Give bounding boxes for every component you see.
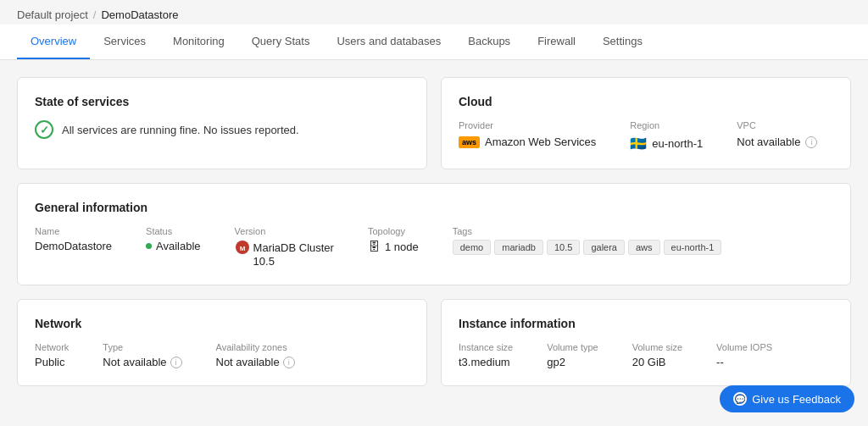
general-topology-value: 🗄 1 node — [368, 240, 419, 253]
tag-aws: aws — [628, 240, 660, 255]
instance-volume-iops-label: Volume IOPS — [716, 342, 772, 352]
svg-text:M: M — [239, 245, 245, 252]
tab-firewall[interactable]: Firewall — [524, 25, 589, 59]
network-type-info-icon[interactable]: i — [170, 357, 182, 368]
cloud-vpc-value: Not available i — [737, 136, 817, 148]
network-type-text: Not available — [103, 356, 166, 368]
breadcrumb-project[interactable]: Default project — [17, 8, 88, 21]
network-az-info-icon[interactable]: i — [283, 357, 295, 368]
cloud-grid: Provider aws Amazon Web Services Region … — [459, 120, 833, 152]
main-content: State of services All services are runni… — [0, 60, 868, 403]
tab-monitoring[interactable]: Monitoring — [159, 25, 238, 59]
general-topology-label: Topology — [368, 226, 419, 236]
services-card: State of services All services are runni… — [17, 77, 427, 169]
instance-volume-size-value: 20 GiB — [632, 356, 682, 368]
sweden-flag-icon: 🇸🇪 — [630, 136, 647, 152]
instance-volume-size-col: Volume size 20 GiB — [632, 342, 682, 368]
bottom-cards-row: Network Network Public Type Not availabl… — [17, 299, 851, 386]
general-status-value: Available — [146, 240, 201, 252]
tab-settings[interactable]: Settings — [589, 25, 656, 59]
cloud-provider-label: Provider — [459, 120, 596, 130]
top-cards-row: State of services All services are runni… — [17, 77, 851, 169]
general-name-value: DemoDatastore — [35, 240, 112, 252]
general-status-text: Available — [156, 240, 201, 252]
network-network-value: Public — [35, 356, 69, 368]
network-grid: Network Public Type Not available i Avai… — [35, 342, 409, 368]
cloud-card: Cloud Provider aws Amazon Web Services R… — [441, 77, 851, 169]
general-card: General information Name DemoDatastore S… — [17, 183, 851, 285]
tab-overview[interactable]: Overview — [17, 25, 90, 59]
general-status-label: Status — [146, 226, 201, 236]
instance-size-col: Instance size t3.medium — [459, 342, 513, 368]
cloud-provider-text: Amazon Web Services — [485, 136, 596, 148]
network-type-col: Type Not available i — [103, 342, 181, 368]
mariadb-icon: M — [235, 240, 250, 255]
network-type-label: Type — [103, 342, 181, 352]
breadcrumb: Default project / DemoDatastore — [0, 0, 868, 21]
tag-mariadb: mariadb — [494, 240, 543, 255]
general-version-value: M MariaDB Cluster 10.5 — [235, 240, 334, 268]
topology-icon: 🗄 — [368, 240, 380, 253]
network-card: Network Network Public Type Not availabl… — [17, 299, 427, 386]
instance-size-value: t3.medium — [459, 356, 513, 368]
cloud-vpc-col: VPC Not available i — [737, 120, 817, 152]
cloud-region-col: Region 🇸🇪 eu-north-1 — [630, 120, 703, 152]
general-grid: Name DemoDatastore Status Available Vers… — [35, 226, 833, 268]
network-type-value: Not available i — [103, 356, 181, 368]
cloud-region-text: eu-north-1 — [652, 137, 703, 150]
vpc-info-icon[interactable]: i — [805, 136, 817, 148]
instance-volume-type-value: gp2 — [547, 356, 598, 368]
network-az-col: Availability zones Not available i — [216, 342, 295, 368]
instance-grid: Instance size t3.medium Volume type gp2 … — [459, 342, 833, 368]
mariadb-version-text: MariaDB Cluster — [253, 241, 334, 254]
cloud-region-label: Region — [630, 120, 703, 130]
cloud-provider-col: Provider aws Amazon Web Services — [459, 120, 596, 152]
check-icon — [35, 120, 53, 139]
general-tags-value: demo mariadb 10.5 galera aws eu-north-1 — [453, 240, 722, 255]
mariadb-version-number: 10.5 — [253, 255, 334, 268]
cloud-card-title: Cloud — [459, 95, 833, 108]
mariadb-version-top: M MariaDB Cluster — [235, 240, 334, 255]
instance-volume-iops-col: Volume IOPS -- — [716, 342, 772, 368]
tag-eu-north-1: eu-north-1 — [664, 240, 722, 255]
tag-galera: galera — [583, 240, 625, 255]
network-network-label: Network — [35, 342, 69, 352]
breadcrumb-current: DemoDatastore — [101, 8, 178, 21]
tag-demo: demo — [453, 240, 492, 255]
instance-size-label: Instance size — [459, 342, 513, 352]
services-message: All services are running fine. No issues… — [62, 124, 299, 136]
status-dot-icon — [146, 243, 152, 249]
cloud-vpc-text: Not available — [737, 136, 800, 148]
cloud-region-value: 🇸🇪 eu-north-1 — [630, 136, 703, 152]
general-name-label: Name — [35, 226, 112, 236]
cloud-vpc-label: VPC — [737, 120, 817, 130]
feedback-button[interactable]: 💬 Give us Feedback — [720, 385, 854, 412]
general-status-col: Status Available — [146, 226, 201, 268]
tag-10-5: 10.5 — [547, 240, 580, 255]
general-tags-label: Tags — [453, 226, 722, 236]
services-card-title: State of services — [35, 95, 409, 108]
general-version-col: Version M MariaDB Cluster 10.5 — [235, 226, 334, 268]
cloud-provider-value: aws Amazon Web Services — [459, 136, 596, 148]
instance-volume-size-label: Volume size — [632, 342, 682, 352]
tab-backups[interactable]: Backups — [454, 25, 524, 59]
general-name-col: Name DemoDatastore — [35, 226, 112, 268]
tabs-bar: Overview Services Monitoring Query Stats… — [0, 25, 868, 60]
breadcrumb-separator: / — [93, 8, 97, 21]
instance-card: Instance information Instance size t3.me… — [441, 299, 851, 386]
tab-query-stats[interactable]: Query Stats — [238, 25, 324, 59]
general-card-title: General information — [35, 201, 833, 214]
network-card-title: Network — [35, 317, 409, 330]
feedback-label: Give us Feedback — [752, 393, 841, 406]
general-version-label: Version — [235, 226, 334, 236]
tab-users-databases[interactable]: Users and databases — [323, 25, 454, 59]
aws-logo: aws — [459, 136, 480, 148]
network-az-text: Not available — [216, 356, 280, 368]
network-az-value: Not available i — [216, 356, 295, 368]
instance-volume-type-col: Volume type gp2 — [547, 342, 598, 368]
network-network-col: Network Public — [35, 342, 69, 368]
general-topology-text: 1 node — [385, 241, 419, 253]
services-status: All services are running fine. No issues… — [35, 120, 409, 139]
instance-volume-iops-value: -- — [716, 356, 772, 368]
tab-services[interactable]: Services — [90, 25, 159, 59]
